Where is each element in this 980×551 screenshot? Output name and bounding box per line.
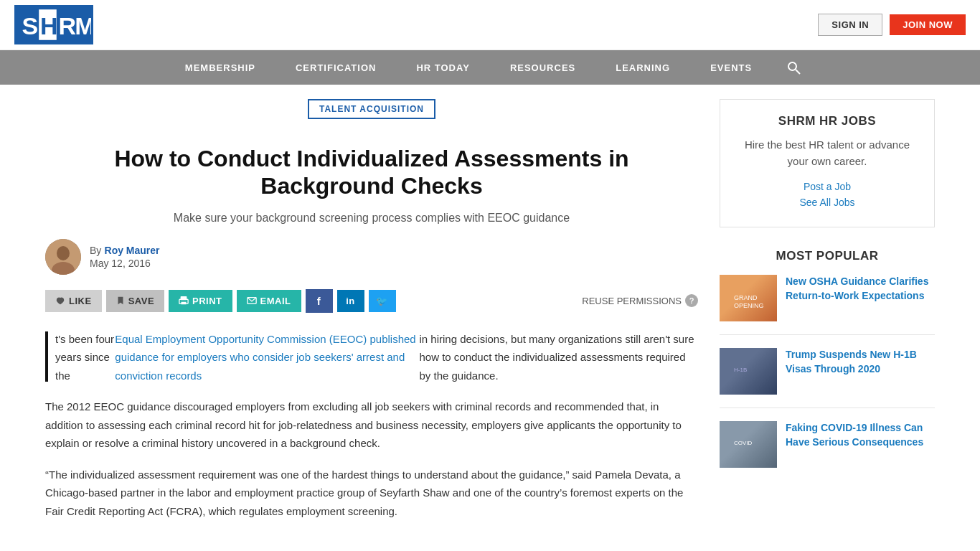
header-actions: SIGN IN JOIN NOW [818, 14, 966, 36]
most-popular-section: MOST POPULAR GRANDOPENING New OSHA Guida… [720, 249, 935, 481]
author-line: By Roy Maurer [90, 244, 160, 256]
svg-text:GRAND: GRAND [734, 294, 758, 301]
popular-text-3: Faking COVID-19 Illness Can Have Serious… [786, 421, 935, 449]
svg-text:S: S [22, 12, 40, 39]
article-body: t's been four years since the Equal Empl… [45, 330, 698, 521]
hr-jobs-box: SHRM HR JOBS Hire the best HR talent or … [720, 99, 935, 227]
popular-link-3[interactable]: Faking COVID-19 Illness Can Have Serious… [786, 422, 923, 448]
svg-rect-13 [182, 302, 187, 305]
popular-link-2[interactable]: Trump Suspends New H-1B Visas Through 20… [786, 349, 917, 375]
drop-cap-bar [45, 331, 48, 382]
post-a-job-link[interactable]: Post a Job [735, 181, 920, 192]
logo-area: S H R M [14, 5, 93, 44]
twitter-button[interactable]: 🐦 [369, 290, 396, 312]
nav-resources[interactable]: RESOURCES [490, 50, 595, 85]
body-paragraph-3: “The individualized assessment requireme… [45, 466, 698, 521]
svg-point-6 [788, 62, 796, 70]
eeoc-link[interactable]: Equal Employment Opportunity Commission … [115, 330, 419, 385]
linkedin-icon: in [346, 296, 355, 306]
hr-jobs-title: SHRM HR JOBS [735, 114, 920, 128]
facebook-icon: f [317, 295, 321, 307]
save-label: SAVE [128, 296, 154, 306]
site-header: S H R M SIGN IN JOIN NOW [0, 0, 980, 50]
category-tag[interactable]: TALENT ACQUISITION [308, 99, 435, 119]
author-row: By Roy Maurer May 12, 2016 [45, 239, 698, 275]
reuse-info-icon: ? [685, 294, 698, 307]
facebook-button[interactable]: f [306, 289, 333, 313]
sidebar: SHRM HR JOBS Hire the best HR talent or … [720, 99, 935, 533]
article-title: How to Conduct Individualized Assessment… [45, 145, 698, 200]
svg-line-7 [796, 70, 800, 74]
author-by-text: By [90, 245, 101, 256]
like-button[interactable]: LIKE [45, 290, 102, 312]
action-bar: LIKE SAVE PRINT EMAIL f in 🐦 [45, 289, 698, 313]
linkedin-button[interactable]: in [337, 290, 364, 312]
svg-text:H-1B: H-1B [734, 367, 747, 373]
nav-hr-today[interactable]: HR TODAY [396, 50, 489, 85]
signin-button[interactable]: SIGN IN [818, 14, 882, 36]
print-button[interactable]: PRINT [169, 290, 232, 312]
author-name[interactable]: Roy Maurer [105, 245, 160, 256]
popular-link-1[interactable]: New OSHA Guidance Clarifies Return-to-Wo… [786, 276, 928, 301]
body-paragraph-1: t's been four years since the Equal Empl… [45, 330, 698, 385]
popular-item-3: COVID Faking COVID-19 Illness Can Have S… [720, 421, 935, 481]
twitter-icon: 🐦 [376, 296, 388, 306]
main-nav: MEMBERSHIP CERTIFICATION HR TODAY RESOUR… [0, 50, 980, 85]
svg-text:H: H [40, 12, 59, 39]
avatar [45, 239, 81, 275]
main-container: TALENT ACQUISITION How to Conduct Indivi… [31, 85, 949, 533]
body-para1-after: in hiring decisions, but many organizati… [419, 330, 698, 385]
svg-text:M: M [75, 12, 91, 39]
search-icon[interactable] [772, 50, 815, 85]
nav-learning[interactable]: LEARNING [595, 50, 690, 85]
see-all-jobs-link[interactable]: See All Jobs [735, 197, 920, 208]
svg-text:OPENING: OPENING [734, 302, 764, 309]
most-popular-title: MOST POPULAR [720, 249, 935, 263]
like-label: LIKE [69, 296, 92, 306]
print-label: PRINT [192, 296, 222, 306]
body-paragraph-2: The 2012 EEOC guidance discouraged emplo… [45, 397, 698, 453]
svg-point-9 [57, 246, 70, 260]
popular-thumb-h1b: H-1B [720, 348, 777, 395]
article-subtitle: Make sure your background screening proc… [45, 212, 698, 225]
reuse-permissions-label: REUSE PERMISSIONS [582, 296, 682, 306]
nav-events[interactable]: EVENTS [690, 50, 772, 85]
author-info: By Roy Maurer May 12, 2016 [90, 244, 160, 269]
svg-text:COVID: COVID [734, 440, 753, 446]
category-tag-wrapper: TALENT ACQUISITION [45, 99, 698, 132]
popular-item-1: GRANDOPENING New OSHA Guidance Clarifies… [720, 275, 935, 335]
nav-certification[interactable]: CERTIFICATION [275, 50, 396, 85]
popular-text-1: New OSHA Guidance Clarifies Return-to-Wo… [786, 275, 935, 303]
shrm-logo: S H R M [14, 5, 93, 44]
email-button[interactable]: EMAIL [237, 290, 301, 312]
save-button[interactable]: SAVE [106, 290, 164, 312]
body-para1-before: t's been four years since the [55, 330, 115, 385]
email-label: EMAIL [260, 296, 291, 306]
article-date: May 12, 2016 [90, 258, 160, 269]
popular-text-2: Trump Suspends New H-1B Visas Through 20… [786, 348, 935, 376]
join-button[interactable]: JOIN NOW [890, 14, 966, 35]
popular-item-2: H-1B Trump Suspends New H-1B Visas Throu… [720, 348, 935, 408]
article-area: TALENT ACQUISITION How to Conduct Indivi… [45, 99, 698, 533]
popular-thumb-osha: GRANDOPENING [720, 275, 777, 321]
popular-thumb-covid: COVID [720, 421, 777, 468]
reuse-permissions-button[interactable]: REUSE PERMISSIONS ? [582, 294, 698, 307]
nav-membership[interactable]: MEMBERSHIP [165, 50, 275, 85]
hr-jobs-description: Hire the best HR talent or advance your … [735, 137, 920, 169]
